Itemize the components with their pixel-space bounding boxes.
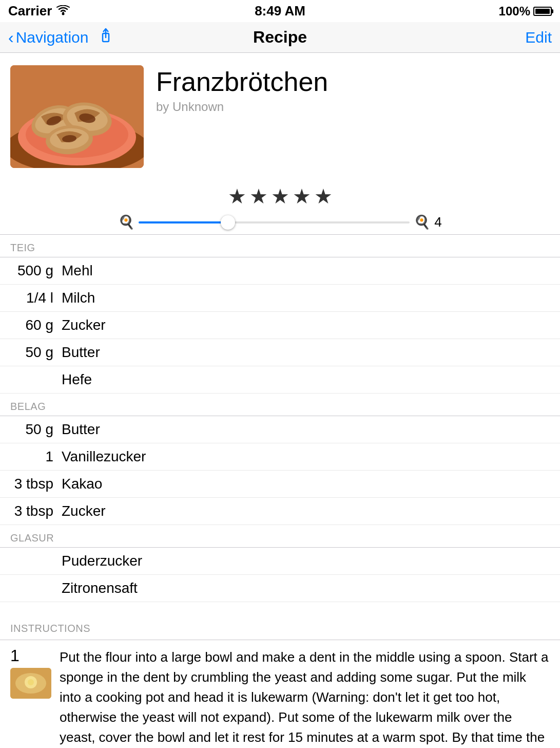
spacer — [0, 602, 560, 612]
ingredient-name: Puderzucker — [62, 553, 142, 569]
ingredient-name: Mehl — [62, 263, 93, 279]
nav-left: ‹ Navigation — [8, 27, 113, 47]
star-4[interactable]: ★ — [293, 184, 311, 208]
ingredient-amount: 500 g — [10, 263, 62, 279]
ingredient-name: Vanillezucker — [62, 448, 146, 465]
chef-icon-max: 🍳 — [414, 214, 430, 230]
section-glasur-header: GLASUR — [0, 525, 560, 547]
ingredient-row: Zitronensaft — [0, 575, 560, 602]
ingredient-amount: 50 g — [10, 421, 62, 438]
ingredient-name: Butter — [62, 344, 100, 361]
edit-button[interactable]: Edit — [525, 29, 552, 46]
recipe-author: by Unknown — [156, 100, 550, 114]
step-number-1: 1 — [10, 647, 20, 664]
instructions-header: INSTRUCTIONS — [0, 612, 560, 640]
recipe-info: Franzbrötchen by Unknown — [156, 65, 550, 114]
back-button[interactable]: ‹ Navigation — [8, 29, 88, 46]
share-icon[interactable] — [99, 27, 113, 47]
servings-slider[interactable] — [139, 221, 410, 223]
battery-percent: 100% — [499, 4, 530, 18]
slider-thumb[interactable] — [221, 215, 235, 230]
status-bar-time: 8:49 AM — [255, 3, 305, 19]
navigation-bar: ‹ Navigation Recipe Edit — [0, 22, 560, 53]
page-title: Recipe — [253, 28, 307, 47]
ingredient-row: 3 tbsp Zucker — [0, 498, 560, 525]
ingredient-row: 3 tbsp Kakao — [0, 471, 560, 498]
recipe-image — [10, 65, 144, 168]
step-thumb-1 — [10, 668, 51, 699]
status-bar: Carrier 8:49 AM 100% — [0, 0, 560, 22]
ingredient-row: 1 Vanillezucker — [0, 443, 560, 471]
star-1[interactable]: ★ — [228, 184, 246, 208]
recipe-header: Franzbrötchen by Unknown — [0, 53, 560, 176]
ingredient-name: Zucker — [62, 503, 106, 519]
instruction-left-1: 1 — [10, 647, 51, 748]
section-teig-header: TEIG — [0, 235, 560, 257]
svg-point-0 — [62, 13, 65, 15]
ingredient-row: 500 g Mehl — [0, 257, 560, 285]
step-text-1: Put the flour into a large bowl and make… — [60, 647, 550, 748]
ingredient-name: Kakao — [62, 476, 102, 492]
recipe-title: Franzbrötchen — [156, 67, 550, 97]
ingredient-row: Puderzucker — [0, 548, 560, 575]
back-label: Navigation — [16, 29, 89, 46]
servings-count: 4 — [434, 214, 441, 230]
status-bar-left: Carrier — [8, 3, 70, 19]
ingredient-row: 50 g Butter — [0, 416, 560, 443]
carrier-label: Carrier — [8, 3, 52, 19]
ingredient-name: Zucker — [62, 317, 106, 333]
ingredient-amount: 1 — [10, 448, 62, 465]
ingredient-row: 1/4 l Milch — [0, 285, 560, 312]
ingredient-row: 50 g Butter — [0, 339, 560, 366]
status-bar-right: 100% — [499, 4, 552, 18]
svg-point-19 — [28, 679, 34, 685]
battery-icon — [533, 7, 552, 16]
star-5[interactable]: ★ — [314, 184, 333, 208]
chef-icon-min: 🍳 — [118, 214, 134, 230]
section-belag-header: BELAG — [0, 394, 560, 416]
rating-section: ★ ★ ★ ★ ★ 🍳 🍳 4 — [0, 176, 560, 234]
ingredient-amount: 3 tbsp — [10, 476, 62, 492]
ingredient-name: Zitronensaft — [62, 580, 138, 596]
servings-row: 🍳 🍳 4 — [118, 214, 442, 230]
ingredient-amount: 50 g — [10, 344, 62, 361]
ingredient-amount: 3 tbsp — [10, 503, 62, 519]
wifi-icon — [56, 3, 70, 19]
ingredient-row: 60 g Zucker — [0, 312, 560, 339]
ingredient-name: Milch — [62, 290, 95, 306]
instruction-step-1: 1 Put the flour into a large bowl and ma… — [0, 640, 560, 748]
ingredient-name: Hefe — [62, 371, 92, 388]
ingredient-row: Hefe — [0, 366, 560, 394]
ingredient-amount: 1/4 l — [10, 290, 62, 306]
star-3[interactable]: ★ — [271, 184, 289, 208]
ingredient-name: Butter — [62, 421, 100, 438]
slider-fill — [139, 221, 234, 223]
star-2[interactable]: ★ — [249, 184, 268, 208]
chevron-left-icon: ‹ — [8, 29, 14, 46]
ingredient-amount: 60 g — [10, 317, 62, 333]
star-rating[interactable]: ★ ★ ★ ★ ★ — [228, 184, 333, 208]
